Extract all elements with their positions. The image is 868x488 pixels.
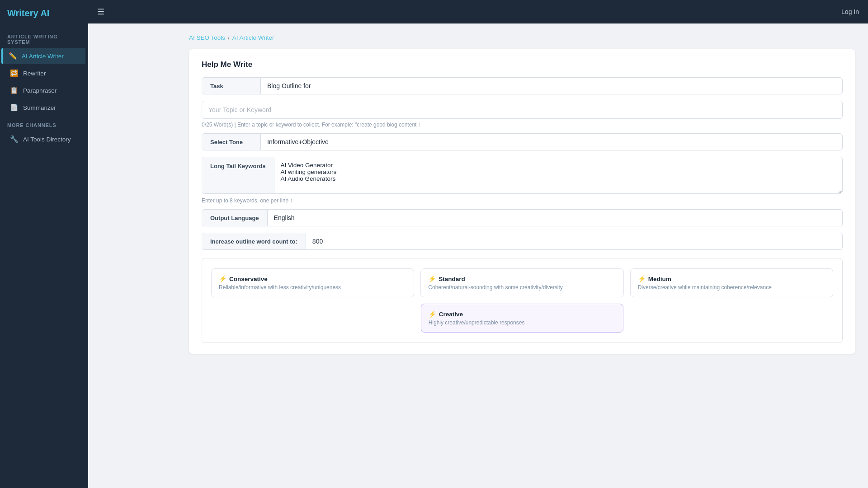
tone-label: Select Tone: [202, 134, 261, 150]
medium-title: ⚡ Medium: [638, 275, 826, 282]
creativity-center-row: ⚡ Creative Highly creative/unpredictable…: [211, 304, 833, 333]
sidebar-item-ai-tools-directory[interactable]: 🔧 AI Tools Directory: [3, 131, 85, 147]
creativity-standard[interactable]: ⚡ Standard Coherent/natural-sounding wit…: [420, 268, 623, 297]
sidebar-item-label: Rewriter: [23, 70, 46, 77]
sidebar-item-rewriter[interactable]: 🔁 Rewriter: [3, 65, 85, 81]
task-label: Task: [202, 78, 261, 94]
breadcrumb-current: AI Article Writer: [232, 34, 274, 41]
summarizer-icon: 📄: [10, 103, 19, 112]
standard-desc: Coherent/natural-sounding with some crea…: [428, 284, 616, 291]
medium-desc: Diverse/creative while maintaining coher…: [638, 284, 826, 291]
tools-directory-icon: 🔧: [10, 135, 19, 143]
language-label: Output Language: [202, 210, 268, 226]
sidebar-item-paraphraser[interactable]: 📋 Paraphraser: [3, 82, 85, 99]
main-content: AI SEO Tools / AI Article Writer Help Me…: [176, 23, 868, 488]
article-writer-icon: ✏️: [9, 52, 17, 60]
logo-text: Writery: [7, 8, 38, 18]
sidebar: Writery AI Article Writing System ✏️ AI …: [0, 0, 88, 488]
word-count-label: Increase outline word count to:: [202, 233, 306, 249]
menu-toggle-button[interactable]: ☰: [97, 7, 104, 17]
task-input[interactable]: [261, 78, 842, 94]
topic-input[interactable]: [202, 101, 843, 119]
standard-icon: ⚡: [428, 275, 436, 282]
form-card: Help Me Write Task 0/25 Word(s) | Enter …: [189, 49, 855, 354]
header: ☰ Log In: [88, 0, 868, 23]
breadcrumb: AI SEO Tools / AI Article Writer: [189, 34, 855, 41]
word-count-input[interactable]: [306, 233, 842, 249]
app-logo: Writery AI: [0, 0, 88, 28]
sidebar-section-1-label: Article Writing System: [0, 28, 88, 47]
sidebar-item-label: Summarizer: [23, 104, 56, 111]
form-title: Help Me Write: [202, 60, 843, 69]
creativity-creative[interactable]: ⚡ Creative Highly creative/unpredictable…: [421, 304, 624, 333]
creative-title: ⚡ Creative: [429, 310, 616, 318]
tone-row: Select Tone: [202, 133, 843, 150]
conservative-desc: Reliable/informative with less creativit…: [219, 284, 406, 291]
language-input[interactable]: [268, 210, 842, 226]
logo-accent: AI: [40, 8, 49, 18]
sidebar-item-label: AI Article Writer: [22, 53, 64, 60]
keyword-hint: Enter up to 8 keywords, one per line ↑: [202, 197, 843, 204]
sidebar-item-label: Paraphraser: [23, 87, 57, 94]
breadcrumb-separator: /: [228, 34, 230, 41]
keywords-row: Long Tail Keywords AI Video Generator AI…: [202, 157, 843, 194]
creativity-conservative[interactable]: ⚡ Conservative Reliable/informative with…: [211, 268, 414, 297]
word-count-hint: 0/25 Word(s) | Enter a topic or keyword …: [202, 122, 843, 128]
task-row: Task: [202, 77, 843, 94]
conservative-title: ⚡ Conservative: [219, 275, 406, 282]
word-count-row: Increase outline word count to:: [202, 233, 843, 250]
language-row: Output Language: [202, 209, 843, 226]
breadcrumb-parent[interactable]: AI SEO Tools: [189, 34, 225, 41]
creative-icon: ⚡: [429, 310, 436, 318]
creativity-medium[interactable]: ⚡ Medium Diverse/creative while maintain…: [630, 268, 833, 297]
sidebar-item-label: AI Tools Directory: [23, 136, 71, 143]
medium-icon: ⚡: [638, 275, 646, 282]
tone-input[interactable]: [261, 134, 842, 150]
conservative-icon: ⚡: [219, 275, 226, 282]
paraphraser-icon: 📋: [10, 86, 19, 94]
creativity-options: ⚡ Conservative Reliable/informative with…: [202, 258, 843, 343]
standard-title: ⚡ Standard: [428, 275, 616, 282]
creative-desc: Highly creative/unpredictable responses: [429, 319, 616, 326]
sidebar-section-2-label: More Channels: [0, 116, 88, 131]
keywords-label: Long Tail Keywords: [202, 157, 274, 193]
sidebar-item-summarizer[interactable]: 📄 Summarizer: [3, 99, 85, 116]
keywords-textarea[interactable]: AI Video Generator AI writing generators…: [274, 157, 842, 193]
login-button[interactable]: Log In: [841, 8, 859, 15]
rewriter-icon: 🔁: [10, 69, 19, 77]
sidebar-item-ai-article-writer[interactable]: ✏️ AI Article Writer: [1, 48, 85, 64]
